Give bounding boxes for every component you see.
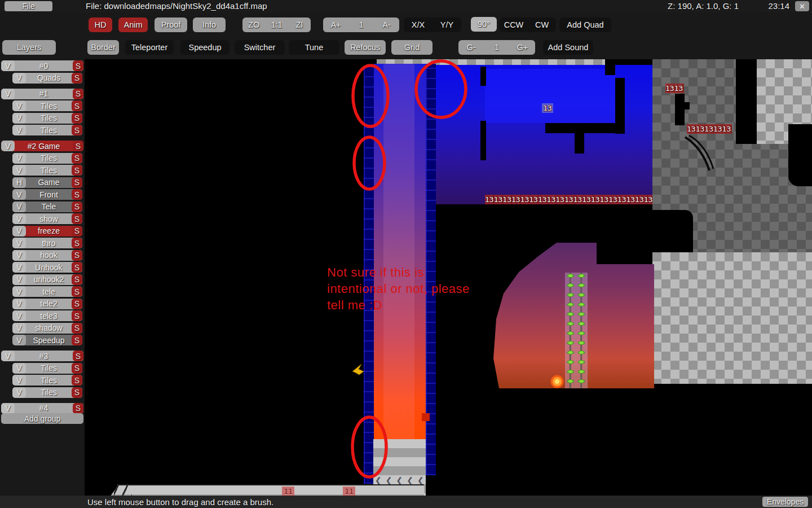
solo-badge[interactable]: S: [72, 226, 82, 237]
layer-row-tiles[interactable]: VTilesS: [12, 387, 82, 398]
speedup-button[interactable]: Speedup: [180, 40, 230, 55]
layer-row-shadow[interactable]: VshadowS: [12, 323, 82, 334]
visibility-toggle[interactable]: V: [12, 165, 26, 176]
refocus-button[interactable]: Refocus: [345, 40, 386, 55]
zoom-in-button[interactable]: ZI: [288, 20, 311, 29]
flip-y-button[interactable]: Y/Y: [433, 20, 461, 29]
solo-badge[interactable]: S: [72, 310, 82, 321]
tune-button[interactable]: Tune: [289, 40, 339, 55]
solo-badge[interactable]: S: [72, 238, 82, 248]
visibility-toggle[interactable]: V: [1, 141, 15, 151]
layer-row-game[interactable]: HGameS: [12, 177, 82, 188]
rotate-cw-button[interactable]: CW: [528, 20, 556, 29]
layer-row-tiles[interactable]: VTilesS: [12, 125, 82, 135]
solo-badge[interactable]: S: [72, 274, 82, 285]
visibility-toggle[interactable]: V: [12, 202, 26, 212]
anim-speed-minus-button[interactable]: A-: [374, 20, 399, 29]
layer-row-unhook2[interactable]: Vunhook2S: [12, 274, 82, 285]
solo-badge[interactable]: S: [72, 387, 82, 398]
anim-toggle-button[interactable]: Anim: [118, 17, 148, 32]
hd-toggle-button[interactable]: HD: [89, 17, 112, 32]
visibility-toggle[interactable]: V: [12, 125, 26, 135]
grid-minus-button[interactable]: G-: [458, 43, 484, 52]
add-group-button[interactable]: Add group: [1, 413, 83, 424]
close-editor-button[interactable]: ✕: [795, 1, 809, 11]
layer-row--1[interactable]: V#1S: [1, 89, 83, 99]
solo-badge[interactable]: S: [73, 141, 83, 151]
layer-row-front[interactable]: VFrontS: [12, 189, 82, 200]
anim-speed-plus-button[interactable]: A+: [323, 20, 348, 29]
layer-row-tiles[interactable]: VTilesS: [12, 100, 82, 111]
layer-row-speedup[interactable]: VSpeedupS: [12, 335, 82, 345]
visibility-toggle[interactable]: V: [12, 262, 26, 273]
envelopes-button[interactable]: Envelopes: [762, 497, 808, 507]
add-sound-button[interactable]: Add Sound: [543, 40, 593, 55]
visibility-toggle[interactable]: V: [12, 310, 26, 321]
zoom-reset-button[interactable]: 1:1: [265, 20, 288, 29]
visibility-toggle[interactable]: V: [1, 89, 15, 99]
solo-badge[interactable]: S: [72, 250, 82, 261]
solo-badge[interactable]: S: [72, 125, 82, 135]
solo-badge[interactable]: S: [72, 100, 82, 111]
proof-button[interactable]: Proof: [155, 17, 187, 32]
teleporter-button[interactable]: Teleporter: [125, 40, 174, 55]
visibility-toggle-hidden[interactable]: H: [12, 177, 26, 188]
info-button[interactable]: Info: [193, 17, 226, 32]
visibility-toggle[interactable]: V: [12, 375, 26, 386]
visibility-toggle[interactable]: V: [12, 213, 26, 224]
solo-badge[interactable]: S: [72, 113, 82, 124]
visibility-toggle[interactable]: V: [12, 238, 26, 248]
layer-row-tiles[interactable]: VTilesS: [12, 113, 82, 124]
visibility-toggle[interactable]: V: [1, 351, 15, 361]
layer-row-tele[interactable]: VteleS: [12, 286, 82, 297]
solo-badge[interactable]: S: [73, 60, 83, 71]
border-button[interactable]: Border: [87, 40, 119, 55]
rotate-ccw-button[interactable]: CCW: [500, 20, 528, 29]
visibility-toggle[interactable]: V: [12, 189, 26, 200]
visibility-toggle[interactable]: V: [12, 73, 26, 84]
layer-row-unhook[interactable]: VUnhookS: [12, 262, 82, 273]
visibility-toggle[interactable]: V: [12, 100, 26, 111]
visibility-toggle[interactable]: V: [12, 226, 26, 237]
solo-badge[interactable]: S: [72, 375, 82, 386]
visibility-toggle[interactable]: V: [12, 153, 26, 164]
layer-row-tiles[interactable]: VTilesS: [12, 153, 82, 164]
solo-badge[interactable]: S: [72, 299, 82, 309]
layer-row-tele[interactable]: VTeleS: [12, 202, 82, 212]
visibility-toggle[interactable]: V: [12, 335, 26, 345]
map-canvas[interactable]: 13 1313131313131313131313131313131313131…: [85, 59, 812, 496]
layer-row-thro[interactable]: VthroS: [12, 238, 82, 248]
layer-row-freeze[interactable]: VfreezeS: [12, 226, 82, 237]
solo-badge[interactable]: S: [72, 323, 82, 334]
solo-badge[interactable]: S: [72, 73, 82, 84]
file-menu-button[interactable]: File: [5, 1, 52, 11]
grid-button[interactable]: Grid: [391, 40, 433, 55]
visibility-toggle[interactable]: V: [12, 286, 26, 297]
rotate-amount-button[interactable]: 90°: [471, 17, 497, 32]
solo-badge[interactable]: S: [72, 213, 82, 224]
solo-badge[interactable]: S: [72, 363, 82, 374]
layer-row-quads[interactable]: VQuadsS: [12, 73, 82, 84]
grid-plus-button[interactable]: G+: [510, 43, 535, 52]
solo-badge[interactable]: S: [73, 351, 83, 361]
layer-row-tiles[interactable]: VTilesS: [12, 165, 82, 176]
layers-panel-button[interactable]: Layers: [2, 40, 56, 55]
add-quad-button[interactable]: Add Quad: [559, 17, 611, 32]
solo-badge[interactable]: S: [72, 165, 82, 176]
layer-row--3[interactable]: V#3S: [1, 351, 83, 361]
layer-row-tele2[interactable]: Vtele2S: [12, 299, 82, 309]
layer-row-tiles[interactable]: VTilesS: [12, 363, 82, 374]
solo-badge[interactable]: S: [73, 403, 83, 414]
visibility-toggle[interactable]: V: [1, 403, 15, 414]
visibility-toggle[interactable]: V: [12, 323, 26, 334]
solo-badge[interactable]: S: [72, 189, 82, 200]
zoom-out-button[interactable]: ZO: [242, 20, 265, 29]
solo-badge[interactable]: S: [72, 335, 82, 345]
solo-badge[interactable]: S: [72, 286, 82, 297]
solo-badge[interactable]: S: [72, 262, 82, 273]
solo-badge[interactable]: S: [72, 202, 82, 212]
switcher-button[interactable]: Switcher: [235, 40, 285, 55]
solo-badge[interactable]: S: [72, 153, 82, 164]
layer-row-tele3[interactable]: Vtele3S: [12, 310, 82, 321]
visibility-toggle[interactable]: V: [1, 60, 15, 71]
